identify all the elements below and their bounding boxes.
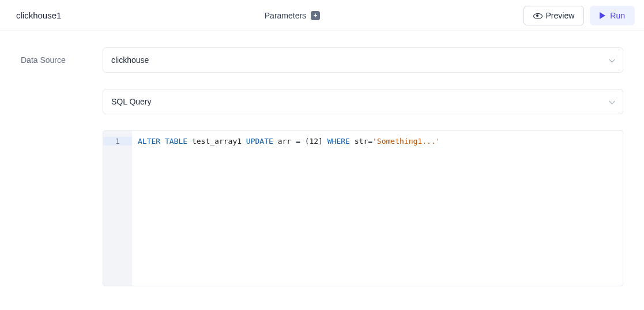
play-icon <box>600 12 605 19</box>
query-type-select[interactable]: SQL Query <box>103 89 623 114</box>
parameters-label: Parameters <box>265 11 306 20</box>
line-number: 1 <box>103 137 132 145</box>
data-source-select[interactable]: clickhouse <box>103 47 623 73</box>
run-button[interactable]: Run <box>590 6 635 25</box>
add-parameter-button[interactable]: + <box>311 11 320 20</box>
preview-button[interactable]: Preview <box>524 6 585 25</box>
run-button-label: Run <box>610 11 625 20</box>
chevron-down-icon <box>609 99 615 104</box>
page-title: clickhouse1 <box>16 10 61 20</box>
data-source-label: Data Source <box>21 55 103 65</box>
preview-button-label: Preview <box>546 11 575 20</box>
data-source-value: clickhouse <box>111 55 149 65</box>
top-bar: clickhouse1 Parameters + Preview Run <box>0 0 644 31</box>
editor-code[interactable]: ALTER TABLE test_array1 UPDATE arr = (12… <box>132 131 623 286</box>
chevron-down-icon <box>609 57 615 63</box>
eye-icon <box>533 12 541 20</box>
query-type-value: SQL Query <box>111 97 152 106</box>
sql-editor[interactable]: 1 ALTER TABLE test_array1 UPDATE arr = (… <box>103 130 623 286</box>
body: Data Source clickhouse SQL Query 1 ALTER… <box>0 31 644 307</box>
editor-gutter: 1 <box>103 131 132 286</box>
